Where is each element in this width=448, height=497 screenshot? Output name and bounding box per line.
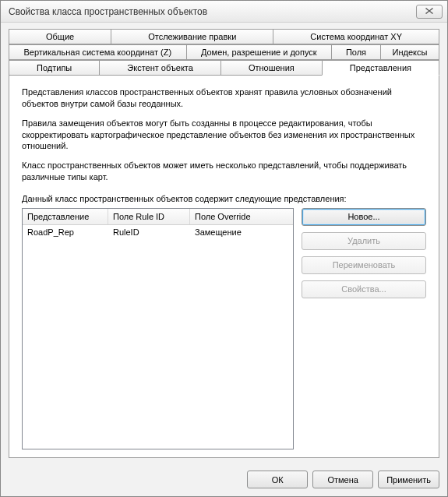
col-representation[interactable]: Представление bbox=[23, 209, 108, 224]
tab-strip: Общие Отслеживание правки Система коорди… bbox=[9, 29, 439, 76]
col-override[interactable]: Поле Override bbox=[190, 209, 293, 224]
titlebar: Свойства класса пространственных объекто… bbox=[1, 1, 447, 23]
tab-relations[interactable]: Отношения bbox=[220, 60, 323, 76]
tab-page-representations: Представления классов пространственных о… bbox=[9, 76, 439, 458]
apply-button[interactable]: Применить bbox=[378, 471, 439, 488]
tab-representations[interactable]: Представления bbox=[322, 60, 439, 76]
cell-override: Замещение bbox=[190, 225, 293, 239]
window-title: Свойства класса пространственных объекто… bbox=[9, 6, 416, 17]
properties-button: Свойства... bbox=[302, 280, 426, 298]
close-button[interactable] bbox=[416, 5, 443, 19]
tab-z-coord[interactable]: Вертикальная система координат (Z) bbox=[9, 44, 187, 60]
tab-xy-coord[interactable]: Система координат XY bbox=[273, 29, 439, 44]
tab-fields[interactable]: Поля bbox=[331, 44, 381, 60]
dialog-footer: ОК Отмена Применить bbox=[1, 464, 447, 496]
close-icon bbox=[425, 7, 433, 16]
content-area: Общие Отслеживание правки Система коорди… bbox=[1, 23, 447, 464]
representations-list[interactable]: Представление Поле Rule ID Поле Override… bbox=[22, 208, 294, 449]
description-block: Представления классов пространственных о… bbox=[22, 86, 426, 191]
tab-subtypes[interactable]: Подтипы bbox=[9, 60, 100, 76]
tab-editor-tracking[interactable]: Отслеживание правки bbox=[111, 29, 273, 44]
desc-paragraph-2: Правила замещения объектов могут быть со… bbox=[22, 118, 426, 153]
ok-button[interactable]: ОК bbox=[247, 471, 308, 488]
list-label: Данный класс пространственных объектов с… bbox=[22, 194, 426, 203]
list-row[interactable]: RoadP_Rep RuleID Замещение bbox=[23, 225, 293, 239]
list-header: Представление Поле Rule ID Поле Override bbox=[23, 209, 293, 225]
desc-paragraph-3: Класс пространственных объектов может им… bbox=[22, 160, 426, 183]
body-row: Представление Поле Rule ID Поле Override… bbox=[22, 208, 426, 449]
new-button[interactable]: Новое... bbox=[302, 208, 426, 226]
cell-name: RoadP_Rep bbox=[23, 225, 108, 239]
cancel-button[interactable]: Отмена bbox=[312, 471, 373, 488]
dialog-window: Свойства класса пространственных объекто… bbox=[0, 0, 448, 497]
desc-paragraph-1: Представления классов пространственных о… bbox=[22, 86, 426, 110]
col-rule-id[interactable]: Поле Rule ID bbox=[108, 209, 190, 224]
delete-button: Удалить bbox=[302, 232, 426, 250]
tab-general[interactable]: Общие bbox=[9, 29, 111, 44]
cell-rule-id: RuleID bbox=[108, 225, 190, 239]
side-buttons: Новое... Удалить Переименовать Свойства.… bbox=[302, 208, 426, 449]
tab-indexes[interactable]: Индексы bbox=[380, 44, 439, 60]
tab-extent[interactable]: Экстент объекта bbox=[99, 60, 221, 76]
tab-domain[interactable]: Домен, разрешение и допуск bbox=[186, 44, 333, 60]
rename-button: Переименовать bbox=[302, 256, 426, 274]
